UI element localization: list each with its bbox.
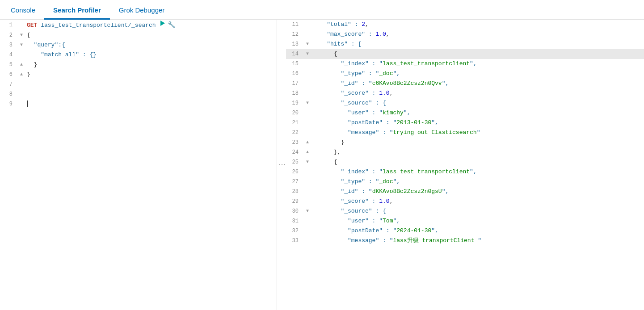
fold-gutter[interactable]: ▲ — [18, 60, 25, 70]
output-line-26: 26 "_index" : "lass_test_transportclient… — [286, 167, 644, 177]
output-content: "max_score" : 1.0, — [311, 29, 644, 39]
line-number: 4 — [0, 50, 18, 60]
code-content — [25, 99, 277, 109]
output-scroll-area[interactable]: 11 "total" : 2,12 "max_score" : 1.0,13▼ … — [286, 20, 644, 310]
output-line-31: 31 "user" : "Tom", — [286, 216, 644, 226]
editor-line-1: 1GET lass_test_transportclient/_search🔧 — [0, 20, 277, 30]
line-number: 27 — [286, 177, 304, 187]
output-line-14: 14▼ { — [286, 49, 644, 59]
line-number: 26 — [286, 167, 304, 177]
line-number: 24 — [286, 147, 304, 157]
output-panel: 11 "total" : 2,12 "max_score" : 1.0,13▼ … — [286, 20, 644, 310]
output-content: { — [311, 157, 644, 167]
output-content: } — [311, 138, 644, 147]
output-line-19: 19▼ "_source" : { — [286, 98, 644, 108]
line-number: 8 — [0, 89, 18, 99]
output-content: "postDate" : "2024-01-30", — [311, 226, 644, 236]
line-number: 12 — [286, 29, 304, 39]
line-number: 25 — [286, 157, 304, 167]
editor-line-3: 3▼ "query":{ — [0, 40, 277, 50]
output-content: "user" : "kimchy", — [311, 108, 644, 118]
line-number: 30 — [286, 206, 304, 216]
output-line-33: 33 "message" : "lass升级 transportClient " — [286, 236, 644, 246]
line-number: 32 — [286, 226, 304, 236]
output-line-25: 25▼ { — [286, 157, 644, 167]
fold-gutter[interactable]: ▼ — [304, 206, 311, 216]
fold-gutter[interactable]: ▲ — [304, 147, 311, 157]
output-line-11: 11 "total" : 2, — [286, 20, 644, 29]
fold-gutter[interactable]: ▼ — [304, 39, 311, 49]
fold-gutter[interactable]: ▲ — [304, 138, 311, 147]
line-number: 1 — [0, 20, 18, 30]
line-number: 7 — [0, 80, 18, 89]
wrench-icon[interactable]: 🔧 — [168, 20, 175, 30]
editor-line-8: 8 — [0, 89, 277, 99]
line-number: 22 — [286, 128, 304, 138]
svg-marker-0 — [160, 21, 165, 26]
output-content: "_source" : { — [311, 206, 644, 216]
output-content: }, — [311, 147, 644, 157]
fold-gutter[interactable]: ▼ — [304, 49, 311, 59]
fold-gutter[interactable]: ▲ — [18, 70, 25, 80]
line-number: 20 — [286, 108, 304, 118]
output-content: "_id" : "dKKAvo8Bc2Zcsz2n0gsU", — [311, 187, 644, 197]
fold-gutter[interactable]: ▼ — [18, 30, 25, 40]
code-content: } — [25, 60, 277, 70]
line-number: 15 — [286, 59, 304, 69]
output-content: "_source" : { — [311, 98, 644, 108]
code-content: GET lass_test_transportclient/_search🔧 — [25, 20, 277, 30]
output-content: "_score" : 1.0, — [311, 197, 644, 206]
editor-code-area[interactable]: 1GET lass_test_transportclient/_search🔧2… — [0, 20, 277, 310]
output-line-24: 24▲ }, — [286, 147, 644, 157]
output-content: "_id" : "c6KAvo8Bc2Zcsz2n0Qvv", — [311, 79, 644, 88]
tab-grok-debugger[interactable]: Grok Debugger — [110, 2, 174, 20]
output-line-16: 16 "_type" : "_doc", — [286, 69, 644, 79]
panel-divider[interactable]: ⋮ — [277, 20, 286, 310]
editor-line-7: 7 — [0, 80, 277, 89]
line-number: 14 — [286, 49, 304, 59]
output-content: { — [311, 49, 644, 59]
output-content: "hits" : [ — [311, 39, 644, 49]
line-number: 18 — [286, 88, 304, 98]
output-line-29: 29 "_score" : 1.0, — [286, 197, 644, 206]
tab-bar: Console Search Profiler Grok Debugger — [0, 0, 644, 20]
line-number: 17 — [286, 79, 304, 88]
line-number: 33 — [286, 236, 304, 246]
output-line-22: 22 "message" : "trying out Elasticsearch… — [286, 128, 644, 138]
line-number: 2 — [0, 30, 18, 40]
output-line-27: 27 "_type" : "_doc", — [286, 177, 644, 187]
play-button[interactable] — [159, 20, 166, 27]
output-line-32: 32 "postDate" : "2024-01-30", — [286, 226, 644, 236]
code-content: { — [25, 30, 277, 40]
line-number: 16 — [286, 69, 304, 79]
line-number: 29 — [286, 197, 304, 206]
output-content: "message" : "trying out Elasticsearch" — [311, 128, 644, 138]
output-line-30: 30▼ "_source" : { — [286, 206, 644, 216]
editor-panel: 1GET lass_test_transportclient/_search🔧2… — [0, 20, 277, 310]
output-line-12: 12 "max_score" : 1.0, — [286, 29, 644, 39]
fold-gutter[interactable]: ▼ — [304, 157, 311, 167]
output-line-23: 23▲ } — [286, 138, 644, 147]
fold-gutter[interactable]: ▼ — [304, 98, 311, 108]
output-content: "_index" : "lass_test_transportclient", — [311, 167, 644, 177]
editor-line-6: 6▲} — [0, 70, 277, 80]
line-number: 5 — [0, 60, 18, 70]
http-method: GET — [27, 22, 41, 29]
tab-console[interactable]: Console — [0, 2, 44, 20]
line-number: 28 — [286, 187, 304, 197]
code-content: } — [25, 70, 277, 80]
output-content: "_type" : "_doc", — [311, 177, 644, 187]
output-content: "_type" : "_doc", — [311, 69, 644, 79]
output-line-21: 21 "postDate" : "2013-01-30", — [286, 118, 644, 128]
output-line-20: 20 "user" : "kimchy", — [286, 108, 644, 118]
line-number: 6 — [0, 70, 18, 80]
tab-search-profiler[interactable]: Search Profiler — [44, 2, 110, 20]
fold-gutter[interactable]: ▼ — [18, 40, 25, 50]
output-line-17: 17 "_id" : "c6KAvo8Bc2Zcsz2n0Qvv", — [286, 79, 644, 88]
output-content: "postDate" : "2013-01-30", — [311, 118, 644, 128]
line-number: 9 — [0, 99, 18, 109]
editor-line-5: 5▲ } — [0, 60, 277, 70]
output-content: "_index" : "lass_test_transportclient", — [311, 59, 644, 69]
line-number: 21 — [286, 118, 304, 128]
output-content: "_score" : 1.0, — [311, 88, 644, 98]
